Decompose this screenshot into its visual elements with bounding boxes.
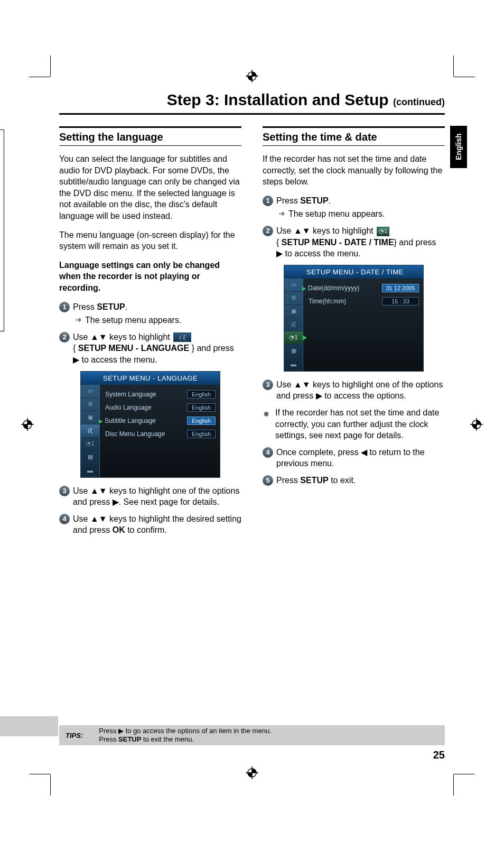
- step-number-icon: 1: [263, 196, 273, 206]
- bleed-box: [0, 130, 4, 331]
- step-2: 2 Use ▲▼ keys to highlight ⦅ ξ { SETUP M…: [59, 331, 241, 366]
- heading-setting-language: Setting the language: [59, 128, 241, 146]
- setup-label: SETUP: [300, 476, 328, 485]
- page-title: Step 3: Installation and Setup (continue…: [59, 91, 445, 113]
- setup-tab-icon: ▦: [81, 451, 99, 464]
- title-rule: [59, 113, 445, 115]
- step-number-icon: 4: [59, 514, 70, 524]
- step-text: Use ▲▼ keys to highlight: [73, 332, 172, 341]
- setup-row: System LanguageEnglish: [105, 388, 216, 401]
- menu-tab-icon: ◔1: [377, 227, 389, 236]
- paragraph-warning: Language settings can only be changed wh…: [59, 260, 241, 294]
- setup-tab-icon: ▭: [81, 385, 99, 398]
- crop-mark: [454, 77, 475, 77]
- step-text: Use ▲▼ keys to highlight one of the opti…: [276, 379, 445, 402]
- step-text: Use ▲▼ keys to highlight one of the opti…: [73, 485, 241, 508]
- step-text: {: [73, 344, 78, 353]
- menu-name: SETUP MENU - LANGUAGE: [78, 344, 189, 353]
- crop-mark: [50, 774, 51, 796]
- step-text: Press: [276, 476, 300, 485]
- setup-row-value: English: [187, 430, 216, 438]
- tips-line: Press: [99, 735, 118, 743]
- step-4: 4 Use ▲▼ keys to highlight the desired s…: [59, 513, 241, 536]
- arrow-right-icon: ➔: [278, 208, 285, 220]
- step-4: 4 Once complete, press ◀ to return to th…: [263, 447, 445, 469]
- page-number: 25: [433, 749, 445, 761]
- crop-mark: [50, 56, 51, 77]
- step-text: .: [329, 196, 331, 205]
- setup-panel-language: SETUP MENU - LANGUAGE ▭ ⚙ ▣ ⦅ξ ◔1 ▦ ▬ Sy…: [80, 371, 220, 478]
- setup-row: Subtitle LanguageEnglish: [105, 414, 216, 428]
- setup-row-label: Audio Language: [105, 404, 151, 411]
- setup-row-label: Time(hh:mm): [309, 298, 346, 305]
- setup-panel-tabs: ▭ ⚙ ▣ ⦅ξ ◔1 ▦ ▬: [284, 279, 303, 371]
- page-title-text: Step 3: Installation and Setup: [167, 91, 389, 108]
- tips-line: to exit the menu.: [141, 735, 194, 743]
- column-right: Setting the time & date If the recorder …: [263, 126, 445, 541]
- setup-tab-icon: ⚙: [81, 398, 99, 411]
- step-text: .: [125, 302, 127, 311]
- ok-label: OK: [113, 525, 125, 534]
- step-3: 3 Use ▲▼ keys to highlight one of the op…: [59, 485, 241, 508]
- step-sub: The setup menu appears.: [85, 314, 181, 326]
- setup-label: SETUP: [97, 302, 125, 311]
- setup-row-value: English: [187, 403, 216, 412]
- step-3: 3 Use ▲▼ keys to highlight one of the op…: [263, 379, 445, 402]
- registration-mark-icon: [470, 418, 483, 433]
- registration-mark-icon: [21, 418, 34, 433]
- setup-row-value: English: [187, 417, 216, 425]
- page-content: English Step 3: Installation and Setup (…: [59, 91, 445, 760]
- step-text: Press: [73, 302, 97, 311]
- setup-tab-language-icon: ⦅ξ: [81, 424, 99, 438]
- step-number-icon: 3: [59, 486, 70, 496]
- step-5: 5 Press SETUP to exit.: [263, 475, 445, 486]
- column-left: Setting the language You can select the …: [59, 126, 241, 541]
- setup-label: SETUP: [300, 196, 328, 205]
- step-number-icon: 1: [59, 302, 70, 312]
- setup-tab-language-icon: ⦅ξ: [284, 318, 303, 331]
- language-tab: English: [450, 126, 467, 168]
- arrow-right-icon: ➔: [75, 314, 82, 326]
- setup-label: SETUP: [118, 735, 141, 743]
- setup-tab-icon: ⚙: [284, 292, 303, 305]
- step-text: Press: [276, 196, 300, 205]
- setup-row: Date(dd/mm/yyyy)31 12 2005: [309, 282, 419, 295]
- setup-panel-title: SETUP MENU - LANGUAGE: [81, 372, 220, 385]
- tips-label: TIPS:: [66, 732, 83, 739]
- step-2: 2 Use ▲▼ keys to highlight ◔1 { SETUP ME…: [263, 225, 445, 260]
- bullet-text: If the recorder has not set the time and…: [275, 407, 445, 441]
- paragraph: The menu language (on-screen display) fo…: [59, 229, 241, 252]
- setup-tab-icon: ▣: [81, 411, 99, 424]
- setup-tab-icon: ▬: [81, 464, 99, 477]
- step-number-icon: 5: [263, 475, 273, 486]
- menu-tab-icon: ⦅ ξ: [173, 332, 191, 342]
- setup-row: Disc Menu LanguageEnglish: [105, 428, 216, 441]
- step-number-icon: 3: [263, 380, 273, 390]
- setup-tab-icon: ▭: [284, 279, 303, 292]
- registration-mark-icon: [246, 70, 258, 85]
- step-text: {: [276, 238, 282, 247]
- setup-row-label: Date(dd/mm/yyyy): [309, 284, 359, 292]
- setup-row-value: 15 : 33: [382, 297, 419, 306]
- menu-name: SETUP MENU - DATE / TIME: [282, 238, 394, 247]
- crop-mark: [453, 56, 454, 77]
- bleed-strip: [0, 716, 58, 736]
- setup-tab-datetime-icon: ◔1: [284, 331, 303, 345]
- step-text: to exit.: [329, 476, 356, 485]
- step-1: 1 Press SETUP. ➔The setup menu appears.: [59, 301, 241, 326]
- step-text: Use ▲▼ keys to highlight: [276, 226, 376, 235]
- crop-mark: [454, 774, 475, 774]
- step-sub: The setup menu appears.: [288, 208, 385, 220]
- setup-tab-icon: ▦: [284, 345, 303, 358]
- bullet-icon: ●: [263, 408, 270, 441]
- setup-row-label: System Language: [105, 391, 156, 398]
- setup-row-value: English: [187, 390, 216, 399]
- setup-row-value: 31 12 2005: [382, 284, 419, 292]
- step-number-icon: 2: [263, 226, 273, 236]
- page-title-continued: (continued): [393, 97, 445, 107]
- setup-panel-title: SETUP MENU - DATE / TIME: [284, 265, 423, 279]
- setup-tab-icon: ▬: [284, 358, 303, 371]
- crop-mark: [29, 774, 50, 774]
- registration-mark-icon: [246, 766, 258, 781]
- setup-panel-datetime: SETUP MENU - DATE / TIME ▭ ⚙ ▣ ⦅ξ ◔1 ▦ ▬…: [284, 265, 424, 372]
